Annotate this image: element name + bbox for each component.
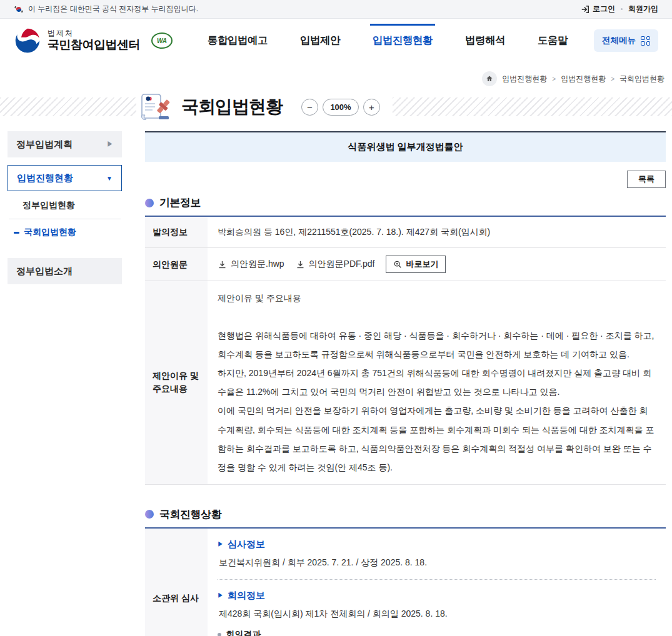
nav-legislation-proposal[interactable]: 입법제안 xyxy=(300,34,340,47)
government-emblem-icon xyxy=(14,27,41,54)
nav-help[interactable]: 도움말 xyxy=(538,34,568,47)
basic-info-table: 발의정보 박희승의원 등 16인, 제2211551호(2025. 7. 18.… xyxy=(145,216,666,485)
site-header: 법제처 국민참여입법센터 WA 통합입법예고 입법제안 입법진행현황 법령해석 … xyxy=(0,19,672,62)
submenu-divider xyxy=(9,219,121,219)
hatch-decoration xyxy=(393,97,672,116)
row-label: 소관위 심사 xyxy=(145,528,208,636)
hatch-decoration xyxy=(0,97,136,116)
zoom-controls: − 100% + xyxy=(301,99,380,116)
main-content: 식품위생법 일부개정법률안 목록 기본정보 발의정보 박희승의원 등 16인, … xyxy=(145,131,666,636)
korea-flag-icon xyxy=(14,4,24,14)
site-name: 국민참여입법센터 xyxy=(48,38,140,52)
zoom-in-button[interactable]: + xyxy=(363,99,380,116)
section-progress-header: 국회진행상황 xyxy=(145,507,666,522)
scroll-gavel-icon xyxy=(140,92,173,121)
sidebar-subitem-gov-status[interactable]: 정부입법현황 xyxy=(8,195,122,216)
all-menu-button[interactable]: 전체메뉴 xyxy=(594,29,658,52)
table-row-committee-review: 소관위 심사 심사정보 보건복지위원회 / 회부 2025. 7. 21. / … xyxy=(145,528,666,636)
page-title: 국회입법현황 xyxy=(181,95,283,119)
bill-title-banner: 식품위생법 일부개정법률안 xyxy=(145,131,666,162)
reason-paragraph: 이에 국민의 먹거리 안전을 보장하기 위하여 영업자에게는 출고량, 소비량 … xyxy=(218,401,656,476)
meeting-info-title[interactable]: 회의정보 xyxy=(218,590,656,602)
reason-heading: 제안이유 및 주요내용 xyxy=(218,289,656,307)
row-label: 의안원문 xyxy=(145,248,208,281)
dotted-divider xyxy=(218,579,656,580)
chevron-right-icon: ▶ xyxy=(107,140,113,149)
section-bullet-icon xyxy=(145,199,154,207)
table-row-reason: 제안이유 및 주요내용 제안이유 및 주요내용 현행법은 위해식품등에 대하여 … xyxy=(145,281,666,485)
progress-table: 소관위 심사 심사정보 보건복지위원회 / 회부 2025. 7. 21. / … xyxy=(145,527,666,636)
global-nav: 통합입법예고 입법제안 입법진행현황 법령해석 도움말 xyxy=(208,34,568,47)
section-title: 기본정보 xyxy=(159,196,201,210)
breadcrumb: 입법진행현황 > 입법진행현황 > 국회입법현황 xyxy=(0,62,672,90)
section-basic-info-header: 기본정보 xyxy=(145,196,666,210)
view-document-button[interactable]: 바로보기 xyxy=(386,256,446,273)
reason-paragraph: 현행법은 위해식품등에 대하여 유통 · 중인 해당 · 식품등을 · 회수하거… xyxy=(218,326,656,364)
meeting-result-title: 회의결과 xyxy=(218,629,656,636)
site-logo[interactable]: 법제처 국민참여입법센터 WA xyxy=(14,27,173,54)
sidebar-submenu: 정부입법현황 국회입법현황 xyxy=(8,191,122,249)
zoom-level: 100% xyxy=(323,99,359,116)
chevron-down-icon: ▼ xyxy=(106,175,113,182)
sidebar: 정부입법계획 ▶ 입법진행현황 ▼ 정부입법현황 국회입법현황 정부입법소개 xyxy=(8,131,122,284)
review-info-value: 보건복지위원회 / 회부 2025. 7. 21. / 상정 2025. 8. … xyxy=(219,557,656,569)
download-pdf-link[interactable]: 의안원문PDF.pdf xyxy=(296,259,375,270)
nav-integrated-notice[interactable]: 통합입법예고 xyxy=(208,34,268,47)
proposal-value: 박희승의원 등 16인, 제2211551호(2025. 7. 18.). 제4… xyxy=(208,216,666,248)
table-row-proposal: 발의정보 박희승의원 등 16인, 제2211551호(2025. 7. 18.… xyxy=(145,216,666,248)
row-label: 발의정보 xyxy=(145,216,208,248)
ministry-name: 법제처 xyxy=(48,29,140,38)
reason-paragraph: 하지만, 2019년부터 2024년 6월까지 총 751건의 위해식품등에 대… xyxy=(218,364,656,401)
signup-link[interactable]: 회원가입 xyxy=(628,4,658,14)
sidebar-subitem-assembly-status[interactable]: 국회입법현황 xyxy=(8,222,122,243)
breadcrumb-separator: > xyxy=(611,76,614,82)
grid-menu-icon xyxy=(641,36,650,46)
row-label: 제안이유 및 주요내용 xyxy=(145,281,208,485)
sidebar-item-progress[interactable]: 입법진행현황 ▼ xyxy=(8,165,122,191)
separator-dot xyxy=(621,8,623,10)
sidebar-item-gov-plan[interactable]: 정부입법계획 ▶ xyxy=(8,131,122,157)
breadcrumb-item[interactable]: 입법진행현황 xyxy=(502,74,547,84)
meeting-info-value: 제428회 국회(임시회) 제1차 전체회의 / 회의일 2025. 8. 18… xyxy=(219,609,656,620)
download-hwp-link[interactable]: 의안원문.hwp xyxy=(218,259,284,270)
table-row-original-doc: 의안원문 의안원문.hwp 의안원문P xyxy=(145,248,666,281)
zoom-out-button[interactable]: − xyxy=(301,99,318,116)
download-icon xyxy=(218,260,227,269)
section-bullet-icon xyxy=(145,510,154,519)
nav-legislation-progress[interactable]: 입법진행현황 xyxy=(373,34,433,47)
page-title-band: 국회입법현황 − 100% + xyxy=(0,92,672,121)
home-icon[interactable] xyxy=(482,71,497,86)
breadcrumb-item[interactable]: 입법진행현황 xyxy=(561,74,606,84)
login-icon xyxy=(581,5,589,14)
reason-content: 제안이유 및 주요내용 현행법은 위해식품등에 대하여 유통 · 중인 해당 ·… xyxy=(208,281,666,485)
breadcrumb-separator: > xyxy=(552,76,556,82)
list-button-top[interactable]: 목록 xyxy=(627,171,666,188)
login-link[interactable]: 로그인 xyxy=(581,4,615,14)
government-banner: 이 누리집은 대한민국 공식 전자정부 누리집입니다. 로그인 회원가입 xyxy=(0,0,672,19)
download-icon xyxy=(296,260,305,269)
sidebar-item-gov-intro[interactable]: 정부입법소개 xyxy=(8,258,122,284)
section-title: 국회진행상황 xyxy=(159,507,221,522)
wa-certification-icon: WA xyxy=(151,32,173,49)
review-info-title[interactable]: 심사정보 xyxy=(218,539,656,550)
nav-law-interpretation[interactable]: 법령해석 xyxy=(465,34,505,47)
official-site-notice: 이 누리집은 대한민국 공식 전자정부 누리집입니다. xyxy=(28,4,198,14)
breadcrumb-item-current: 국회입법현황 xyxy=(619,74,664,84)
zoom-view-icon xyxy=(393,260,402,269)
